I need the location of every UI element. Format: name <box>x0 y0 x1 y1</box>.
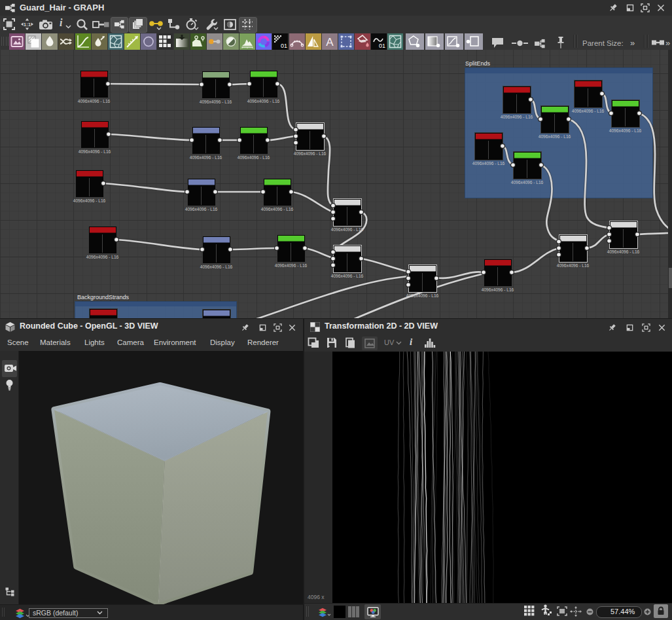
svg-text:4096x4096 - L16: 4096x4096 - L16 <box>73 198 106 203</box>
svg-text:4096x4096 - L16: 4096x4096 - L16 <box>539 134 571 139</box>
svg-text:4096x4096 - L16: 4096x4096 - L16 <box>78 99 111 103</box>
svg-text:4096x4096 - L16: 4096x4096 - L16 <box>294 151 327 156</box>
svg-text:4096x4096 - L16: 4096x4096 - L16 <box>609 128 642 133</box>
svg-text:4096x4096 - L16: 4096x4096 - L16 <box>79 149 111 154</box>
svg-text:4096x4096 - L16: 4096x4096 - L16 <box>501 115 533 119</box>
svg-text:4096x4096 - L16: 4096x4096 - L16 <box>261 207 294 211</box>
svg-text:4096x4096 - L16: 4096x4096 - L16 <box>331 274 364 278</box>
svg-text:4096x4096 - L16: 4096x4096 - L16 <box>557 263 590 268</box>
svg-text:4096x4096 - L16: 4096x4096 - L16 <box>185 207 218 211</box>
svg-text:01: 01 <box>281 43 287 49</box>
svg-text:4096x4096 - L16: 4096x4096 - L16 <box>190 155 222 160</box>
svg-text:4096x4096 - L16: 4096x4096 - L16 <box>238 155 270 160</box>
svg-text:4096x4096 - L16: 4096x4096 - L16 <box>472 161 505 166</box>
svg-text:4096x4096 - L16: 4096x4096 - L16 <box>200 264 233 269</box>
svg-text:4096x4096 - L16: 4096x4096 - L16 <box>331 227 364 232</box>
svg-text:1:1: 1:1 <box>24 22 31 27</box>
svg-text:BackgroundStrands: BackgroundStrands <box>77 294 130 301</box>
svg-text:4096x4096 - L16: 4096x4096 - L16 <box>511 180 544 185</box>
svg-text:4096x4096 - L16: 4096x4096 - L16 <box>86 255 119 259</box>
svg-text:A: A <box>326 36 334 48</box>
svg-text:4096x4096 - L16: 4096x4096 - L16 <box>406 293 439 298</box>
svg-text:4096x4096 - L16: 4096x4096 - L16 <box>275 263 308 268</box>
svg-text:SplitEnds: SplitEnds <box>465 60 491 67</box>
svg-text:4096x4096 - L16: 4096x4096 - L16 <box>572 109 605 113</box>
svg-text:4096x4096 - L16: 4096x4096 - L16 <box>200 100 232 104</box>
svg-text:4096x4096 - L16: 4096x4096 - L16 <box>247 99 280 103</box>
svg-text:01: 01 <box>379 43 385 49</box>
svg-text:4096x4096 - L16: 4096x4096 - L16 <box>482 287 514 292</box>
svg-text:4096x4096 - L16: 4096x4096 - L16 <box>607 249 640 254</box>
